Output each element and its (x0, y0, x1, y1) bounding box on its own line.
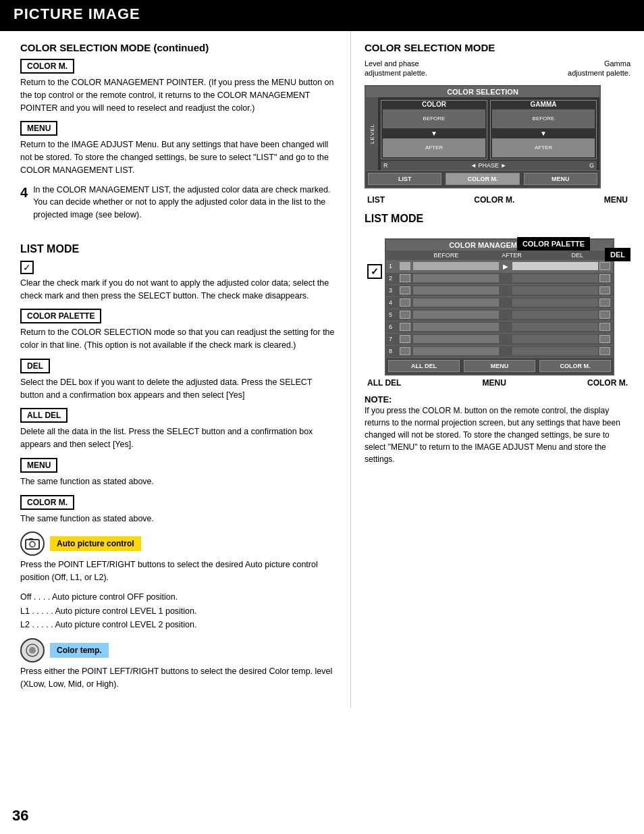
color-m-inner-btn: COLOR M. (539, 360, 611, 372)
svg-point-4 (29, 647, 36, 654)
color-palette-callout: COLOR PALETTE (517, 237, 590, 251)
color-m2-desc: The same function as stated above. (20, 513, 337, 525)
color-temp-icon (20, 638, 45, 662)
color-m-bottom-label: COLOR M. (474, 195, 514, 205)
note-text: If you press the COLOR M. button on the … (365, 405, 630, 465)
row2-del (599, 274, 610, 282)
table-row: 3 (386, 284, 613, 296)
checkmark: ✓ (20, 261, 34, 274)
menu2-button: MENU (20, 458, 337, 475)
row5-check (400, 311, 410, 319)
menu-btn: MENU (524, 173, 597, 185)
ld-bottom: ALL DEL MENU COLOR M. (386, 357, 613, 374)
auto-l1: L1 . . . . . Auto picture control LEVEL … (20, 605, 337, 618)
cs-bottom-labels: LIST COLOR M. MENU (365, 195, 630, 205)
auto-l2: L2 . . . . . Auto picture control LEVEL … (20, 619, 337, 631)
menu-desc: Return to the IMAGE ADJUST Menu. But any… (20, 138, 337, 176)
row6-check (400, 323, 410, 331)
row3-check (400, 286, 410, 294)
row8-after (512, 347, 598, 355)
cs-header: COLOR SELECTION (366, 86, 599, 97)
level-label: LEVEL (369, 124, 375, 144)
list-checkmark: ✓ (367, 264, 382, 279)
row4-after (512, 298, 598, 307)
list-bottom-label: LIST (367, 195, 385, 205)
after-col: AFTER (479, 252, 544, 259)
row8-check (400, 347, 410, 355)
before-label2: BEFORE (533, 115, 555, 122)
checkmark-desc: Clear the check mark if you do not want … (20, 277, 337, 303)
thermometer-icon (25, 643, 40, 658)
table-row: 1 ▶ (386, 260, 613, 272)
row5-del (599, 311, 610, 319)
all-del-inner-btn: ALL DEL (388, 360, 460, 372)
row2-check (400, 274, 410, 282)
row5-before (413, 311, 499, 319)
color-m-button: COLOR M. (20, 59, 337, 76)
cs-bottom: LIST COLOR M. MENU (366, 170, 599, 187)
arrow-down1: ▼ (381, 130, 487, 137)
row4-check (400, 298, 410, 307)
row7-del (599, 335, 610, 343)
color-col-title: COLOR (381, 101, 487, 108)
table-row: 7 (386, 333, 613, 345)
row8-before (413, 347, 499, 355)
color-temp-label: Color temp. (50, 643, 109, 658)
del-button: DEL (20, 359, 337, 376)
after-label1: AFTER (425, 145, 443, 151)
phase-row: R ◄ PHASE ► G (381, 161, 597, 170)
row1-after (512, 262, 598, 270)
color-temp-row: Color temp. (20, 638, 337, 662)
section1-title: COLOR SELECTION MODE (continued) (20, 42, 337, 53)
page-number: 36 (12, 807, 28, 825)
table-row: 6 (386, 321, 613, 333)
list-mode-title-right: LIST MODE (365, 213, 630, 225)
list-diagram: COLOR MANAGEMENT LIST BEFORE AFTER DEL 1… (385, 238, 614, 375)
section2-title: COLOR SELECTION MODE (365, 42, 630, 53)
row7-after (512, 335, 598, 343)
del-col: DEL (545, 252, 610, 259)
all-del-outer-label: ALL DEL (367, 378, 401, 388)
menu2-desc: The same function as stated above. (20, 475, 337, 488)
row7-before (413, 335, 499, 343)
auto-picture-icon (20, 531, 45, 556)
menu-outer-label: MENU (483, 378, 506, 388)
svg-rect-2 (29, 538, 33, 540)
row3-del (599, 286, 610, 294)
row3-after (512, 286, 598, 294)
before-col: BEFORE (413, 252, 479, 259)
before-label1: BEFORE (423, 115, 446, 122)
ld-col-headers: BEFORE AFTER DEL (386, 251, 613, 260)
note-section: NOTE: If you press the COLOR M. button o… (365, 394, 630, 465)
g-label: G (589, 162, 594, 169)
all-del-desc: Delete all the data in the list. Press t… (20, 425, 337, 451)
color-m-btn: COLOR M. (446, 173, 519, 185)
auto-picture-label: Auto picture control (50, 536, 141, 551)
row6-after (512, 323, 598, 331)
list-diagram-area: COLOR PALETTE DEL ✓ COLOR MANAGEMENT LIS… (365, 238, 630, 375)
all-del-button: ALL DEL (20, 408, 337, 425)
gamma-annotation: Gammaadjustment palette. (568, 59, 630, 78)
color-palette-desc: Return to the COLOR SELECTION mode so th… (20, 326, 337, 352)
row4-del (599, 298, 610, 307)
row2-after (512, 274, 598, 282)
del-desc: Select the DEL box if you want to delete… (20, 376, 337, 402)
page-title: PICTURE IMAGE (14, 5, 140, 23)
step4: 4 In the COLOR MANAGEMENT LIST, the adju… (20, 184, 337, 235)
row6-del (599, 323, 610, 331)
menu-inner-btn: MENU (464, 360, 535, 372)
color-m2-button: COLOR M. (20, 495, 337, 513)
menu-bottom-label: MENU (604, 195, 628, 205)
row5-after (512, 311, 598, 319)
camera-icon (24, 536, 41, 552)
row1-check (400, 262, 410, 270)
color-palette-button: COLOR PALETTE (20, 309, 337, 326)
svg-rect-0 (26, 540, 39, 549)
table-row: 5 (386, 309, 613, 321)
row2-before (413, 274, 499, 282)
table-row: 2 (386, 272, 613, 284)
row4-before (413, 298, 499, 307)
arrow-down2: ▼ (491, 130, 596, 137)
level-phase-annotation: Level and phaseadjustment palette. (365, 59, 427, 78)
row1-before (413, 262, 499, 270)
